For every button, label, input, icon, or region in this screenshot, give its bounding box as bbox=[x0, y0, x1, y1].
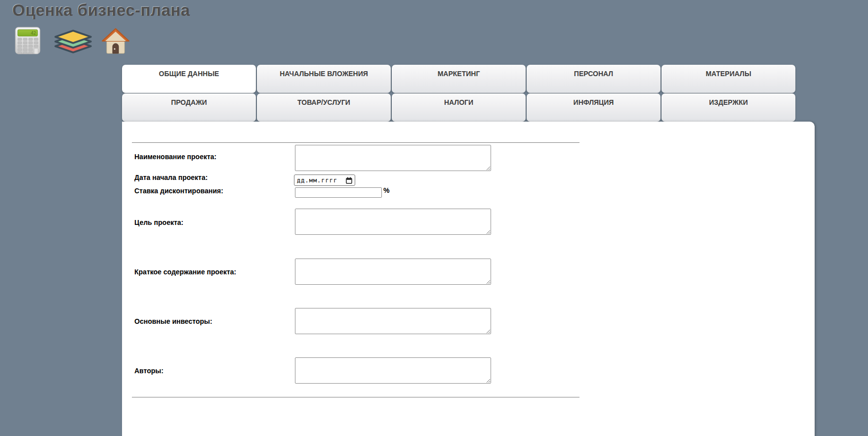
authors-label: Авторы: bbox=[134, 367, 292, 375]
tab-bar: ОБЩИЕ ДАННЫЕ НАЧАЛЬНЫЕ ВЛОЖЕНИЯ МАРКЕТИН… bbox=[122, 65, 795, 122]
discount-rate-label: Ставка дисконтирования: bbox=[134, 187, 292, 195]
tab-obshchie-dannye[interactable]: ОБЩИЕ ДАННЫЕ bbox=[122, 65, 256, 93]
tab-marketing[interactable]: МАРКЕТИНГ bbox=[392, 65, 526, 93]
tab-inflyaciya[interactable]: ИНФЛЯЦИЯ bbox=[527, 93, 661, 122]
layers-icon-svg bbox=[53, 30, 93, 54]
discount-rate-input[interactable] bbox=[295, 187, 382, 198]
tab-materialy[interactable]: МАТЕРИАЛЫ bbox=[661, 65, 795, 93]
home-icon-svg bbox=[101, 27, 130, 54]
tab-tovar-uslugi[interactable]: ТОВАР/УСЛУГИ bbox=[257, 93, 391, 122]
tab-prodazhi[interactable]: ПРОДАЖИ bbox=[122, 93, 256, 122]
calculator-icon-svg: 42 bbox=[15, 27, 41, 54]
page-title: Оценка бизнес-плана bbox=[12, 1, 190, 20]
form-divider-bottom bbox=[132, 397, 579, 397]
start-date-input[interactable]: дд.мм.гггг bbox=[294, 174, 355, 186]
home-icon[interactable] bbox=[101, 27, 130, 54]
calendar-icon[interactable] bbox=[346, 177, 352, 184]
project-goal-textarea[interactable] bbox=[295, 209, 491, 235]
tab-nachalnye-vlozheniya[interactable]: НАЧАЛЬНЫЕ ВЛОЖЕНИЯ bbox=[257, 65, 391, 93]
authors-textarea[interactable] bbox=[295, 357, 491, 384]
project-name-label: Наименование проекта: bbox=[134, 153, 292, 161]
calculator-icon[interactable]: 42 bbox=[15, 27, 41, 54]
date-placeholder: дд.мм.гггг bbox=[297, 177, 337, 184]
project-summary-label: Краткое содержание проекта: bbox=[134, 268, 292, 276]
main-investors-textarea[interactable] bbox=[295, 308, 491, 334]
tab-personal[interactable]: ПЕРСОНАЛ bbox=[527, 65, 661, 93]
start-date-label: Дата начала проекта: bbox=[134, 174, 292, 181]
tab-izderzhki[interactable]: ИЗДЕРЖКИ bbox=[661, 93, 795, 122]
tab-nalogi[interactable]: НАЛОГИ bbox=[392, 93, 526, 122]
content-panel: Наименование проекта: Дата начала проект… bbox=[122, 122, 815, 436]
project-summary-textarea[interactable] bbox=[295, 259, 491, 285]
project-name-textarea[interactable] bbox=[295, 145, 491, 171]
page: Оценка бизнес-плана 42 bbox=[0, 0, 868, 436]
percent-suffix: % bbox=[383, 186, 389, 194]
form-divider-top bbox=[132, 142, 579, 143]
layers-icon[interactable] bbox=[53, 30, 93, 54]
project-goal-label: Цель проекта: bbox=[134, 218, 292, 226]
svg-text:42: 42 bbox=[31, 31, 36, 36]
main-investors-label: Основные инвесторы: bbox=[134, 317, 292, 325]
